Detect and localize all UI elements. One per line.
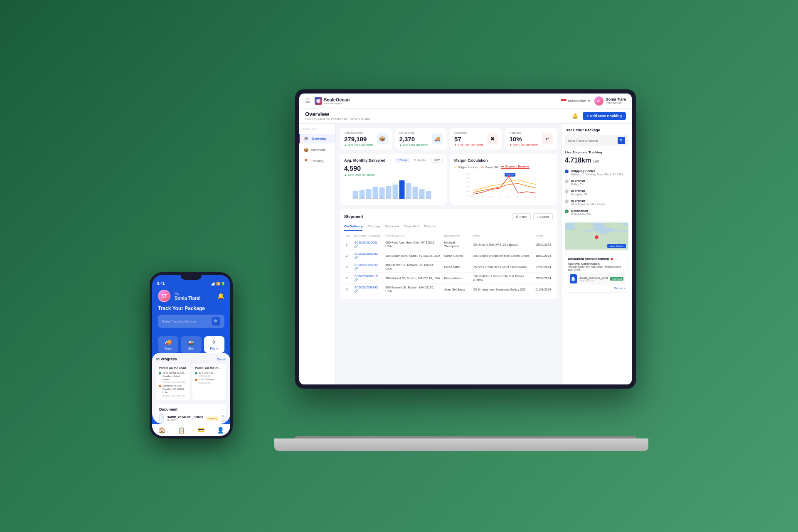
right-panel: Track Your Package 🔍 Live Shipment Track… — [561, 124, 632, 384]
step-subtitle: Memphis, TN — [571, 193, 587, 196]
laptop-device: ☰ ScaleOcean Accelerate Logistics — [274, 89, 648, 463]
svg-text:Sat: Sat — [517, 196, 520, 198]
step-title: Destination — [571, 209, 591, 213]
bar-chart-svg: Jan Feb Mar Apr May Jun Jul Aug Sep — [344, 176, 443, 199]
svg-text:T.A: T.A — [480, 196, 483, 198]
topbar: ☰ ScaleOcean Accelerate Logistics — [299, 94, 632, 108]
bottom-nav-home[interactable]: 🏠 — [158, 427, 165, 433]
table-row: 1 SC20230915001 🔗 690 Park Ave, New York… — [344, 239, 553, 250]
cancelled-icon: ✖ — [487, 133, 498, 144]
transport-tab-ship[interactable]: 🚢 Ship — [181, 336, 201, 353]
sidebar-item-shipment[interactable]: 📦 Shipment — [299, 145, 335, 155]
avg-monthly-change: ▲ 10% Than last month — [344, 173, 443, 176]
flag-icon — [561, 99, 566, 103]
parcel-from-2: 134 Leroy St... 15/11/2024... — [195, 372, 224, 377]
stat-value: 279,189 — [344, 135, 373, 143]
phone-body: In Progress See all Parcel on the road 1… — [152, 353, 230, 424]
tab-5-months[interactable]: 5 Months — [412, 158, 429, 163]
notification-bell-icon[interactable]: 🔔 — [571, 112, 579, 120]
from-dot-2 — [195, 372, 197, 374]
col-no: No. — [344, 234, 352, 239]
phone-bell-icon[interactable]: 🔔 — [217, 293, 224, 299]
flight-icon: ✈ — [212, 339, 217, 345]
svg-text:Oct: Oct — [414, 197, 417, 199]
stat-cancelled: Cancelled 57 ▼ 17%Than last month ✖ — [450, 128, 502, 150]
tab-pending[interactable]: Pending — [367, 223, 379, 231]
language-selector[interactable]: Indonesian ▾ — [561, 99, 590, 103]
sidebar-item-tracking[interactable]: 📍 Tracking — [299, 156, 335, 166]
line-chart-svg: 5500 5000 3500 2000 1000 500 — [454, 171, 553, 198]
tab-cancelled[interactable]: Cancelled — [404, 223, 419, 231]
live-shipment-title: Live Shipment Tracking — [565, 150, 628, 154]
overview-icon: ⊞ — [304, 136, 309, 141]
to-dot — [159, 385, 161, 387]
see-all-link[interactable]: See all > — [568, 287, 626, 290]
add-new-booking-button[interactable]: + Add New Booking — [583, 112, 626, 120]
parcel-card-2: Parcel on the ro... 134 Leroy St... 15/1… — [192, 364, 226, 400]
hamburger-icon[interactable]: ☰ — [305, 98, 310, 104]
phone-search-placeholder: Enter Tracking Number — [162, 320, 212, 323]
see-all-in-progress[interactable]: See all — [217, 358, 226, 361]
table-row: 4 SC20234892015 🔗 789 Market St, Boston,… — [344, 273, 553, 284]
doc-arrow-icon[interactable]: › — [222, 407, 223, 411]
doc-notification-dot — [611, 258, 613, 260]
tab-1-years[interactable]: 1 Years — [395, 158, 410, 163]
bottom-nav-docs[interactable]: 📋 — [178, 427, 185, 433]
tracking-input[interactable] — [568, 139, 616, 142]
bottom-nav-cards[interactable]: 💳 — [197, 427, 204, 433]
tab-delivered[interactable]: Delivered — [385, 223, 399, 231]
phone-doc-section: Document › 📄 HAWB_20241001_SO001 #F12675… — [156, 404, 226, 424]
transport-tab-truck[interactable]: 🚚 Truck — [158, 336, 178, 353]
filter-button[interactable]: ⊞ Filter — [512, 213, 531, 220]
user-role: Internal User — [606, 101, 626, 104]
table-actions: ⊞ Filter ↑ Export — [512, 213, 553, 220]
stats-row: Total Delivered 279,189 ▲ 25%Than last m… — [340, 128, 557, 150]
svg-text:Feb: Feb — [360, 197, 364, 199]
tracking-steps: Shipping Center Dell Inc., 1 Dell Way, R… — [565, 167, 628, 217]
phone-search-btn[interactable]: 🔍 — [212, 317, 220, 325]
logo-icon — [315, 97, 322, 105]
sidebar-item-label: Overview — [312, 137, 327, 140]
bottom-nav-profile[interactable]: 👤 — [217, 427, 224, 433]
track-search-bar[interactable]: 🔍 — [565, 135, 628, 146]
svg-text:Wed: Wed — [489, 196, 493, 198]
phone-track-title: Track Your Package — [158, 305, 224, 311]
svg-text:Dec: Dec — [426, 197, 430, 199]
page-subtitle: Last Updated On October 07, 2024 6:30 AM — [305, 117, 370, 121]
sidebar-item-overview[interactable]: ⊞ Overview — [299, 134, 335, 143]
transport-tab-flight[interactable]: ✈ Flight — [204, 336, 224, 353]
charts-row: Avg. Monthly Delivered 1 Years 5 Months … — [340, 154, 557, 205]
subnav: Overview Last Updated On October 07, 202… — [299, 108, 632, 124]
col-receipt: Receipt number — [352, 234, 384, 239]
search-button[interactable]: 🔍 — [618, 137, 625, 144]
cards-icon: 💳 — [197, 427, 204, 433]
export-button[interactable]: ↑ Export — [533, 213, 553, 220]
stat-label: Cancelled — [454, 131, 483, 134]
laptop-screen: ☰ ScaleOcean Accelerate Logistics — [295, 89, 636, 389]
doc-date: 02 Oct, 2024 — [222, 415, 227, 422]
home-icon: 🏠 — [158, 427, 165, 433]
left-navigation: FEATURES ⊞ Overview 📦 Shipment 📍 — [299, 124, 336, 384]
phone-device: 9:41 📶 🔋 ST Hi, Son — [150, 272, 233, 438]
more-icon[interactable]: ··· — [549, 158, 553, 163]
doc-file-name: HAWB_20241001_SO001 — [167, 415, 203, 419]
data-table: No. Receipt number Destination Recipient… — [344, 234, 553, 295]
tab-on-delivery[interactable]: On Delivery — [344, 223, 362, 231]
transport-label-truck: Truck — [164, 347, 172, 350]
page-title: Overview — [305, 111, 370, 117]
distance-value: 4.718km Left — [565, 157, 628, 164]
docs-icon: 📋 — [178, 427, 185, 433]
in-progress-section: In Progress See all — [156, 357, 226, 361]
phone-avatar: ST — [158, 290, 170, 302]
svg-text:NY: NY — [507, 196, 510, 198]
table-tabs: On Delivery Pending Delivered Cancelled … — [344, 223, 553, 231]
sidebar-item-label: Shipment — [311, 148, 325, 152]
tab-returned[interactable]: Returned — [424, 223, 437, 231]
phone-outer: 9:41 📶 🔋 ST Hi, Son — [150, 272, 233, 438]
document-announcement: Document Announcement Approval Confirmat… — [565, 254, 628, 293]
phone-search[interactable]: Enter Tracking Number 🔍 — [158, 315, 224, 328]
parcel-to-2: 1026 S Bonni... 20/11/2024... — [195, 378, 224, 384]
view-details-button[interactable]: View Details — [607, 244, 626, 248]
step-title: In Transit — [571, 199, 605, 203]
svg-point-33 — [508, 175, 510, 177]
